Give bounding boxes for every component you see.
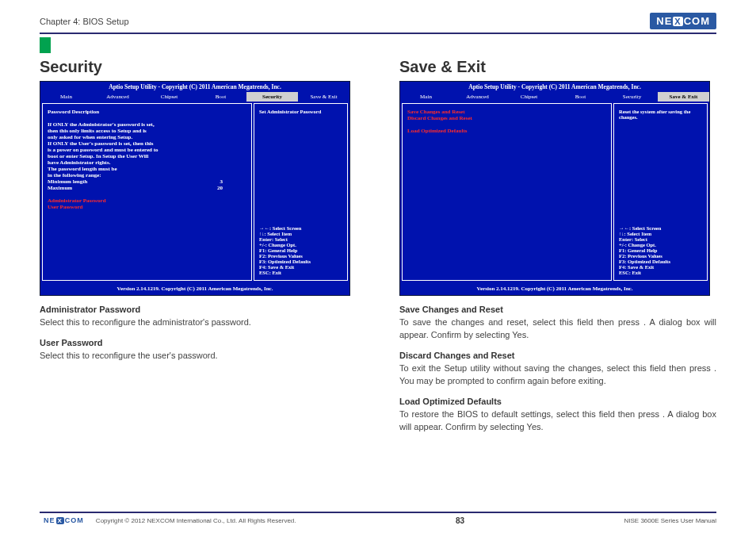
left-column: Security Aptio Setup Utility - Copyright…: [29, 53, 357, 433]
bios-left-pane: Password Description If ONLY the Adminis…: [42, 103, 252, 281]
page-header: Chapter 4: BIOS Setup NE X COM: [40, 13, 716, 34]
bios-title: Aptio Setup Utility - Copyright (C) 2011…: [40, 82, 349, 92]
bios-help-pane: Set Administrator Password →←: Select Sc…: [254, 103, 348, 281]
bios-tab-main: Main: [400, 92, 452, 102]
page-footer: NE X COM Copyright © 2012 NEXCOM Interna…: [40, 512, 716, 525]
manual-name: NISE 3600E Series User Manual: [624, 517, 716, 524]
bios-tab-advanced: Advanced: [92, 92, 143, 102]
bios-title: Aptio Setup Utility - Copyright (C) 2011…: [400, 82, 709, 92]
bios-tab-chipset: Chipset: [143, 92, 195, 102]
bios-saveexit-screenshot: Aptio Setup Utility - Copyright (C) 2011…: [399, 81, 710, 296]
bios-item: User Password: [48, 204, 246, 210]
section-marker: [40, 37, 51, 53]
bios-tab-chipset: Chipset: [503, 92, 555, 102]
bios-tabbar: MainAdvancedChipsetBootSecuritySave & Ex…: [400, 92, 709, 102]
bios-key-legend: →←: Select Screen↑↓: Select ItemEnter: S…: [259, 225, 342, 275]
bios-item: [407, 121, 606, 128]
bios-tab-boot: Boot: [195, 92, 246, 102]
bios-tab-boot: Boot: [555, 92, 606, 102]
bios-tab-main: Main: [40, 92, 92, 102]
bios-tab-save-exit: Save & Exit: [658, 92, 709, 102]
security-heading: Security: [40, 58, 357, 76]
bios-help-pane: Reset the system after saving the change…: [613, 103, 708, 281]
bios-help-text: Set Administrator Password: [259, 109, 342, 114]
copyright-text: Copyright © 2012 NEXCOM International Co…: [96, 517, 296, 524]
description-block: User PasswordSelect this to reconfigure …: [40, 337, 357, 362]
bios-tab-save-exit: Save & Exit: [298, 92, 349, 102]
bios-item: Save Changes and Reset: [407, 109, 606, 115]
description-block: Discard Changes and ResetTo exit the Set…: [399, 350, 716, 388]
description-block: Save Changes and ResetTo save the change…: [399, 304, 716, 342]
description-block: Administrator PasswordSelect this to rec…: [40, 304, 357, 329]
bios-item: Administrator Password: [48, 197, 246, 204]
bios-security-screenshot: Aptio Setup Utility - Copyright (C) 2011…: [40, 81, 350, 296]
save-exit-heading: Save & Exit: [399, 58, 716, 76]
bios-version-footer: Version 2.14.1219. Copyright (C) 2011 Am…: [40, 282, 349, 295]
bios-tabbar: MainAdvancedChipsetBootSecuritySave & Ex…: [40, 92, 349, 102]
bios-item: Load Optimized Defaults: [407, 128, 606, 134]
description-block: Load Optimized DefaultsTo restore the BI…: [399, 396, 716, 434]
nexcom-logo: NE X COM: [650, 13, 716, 29]
chapter-title: Chapter 4: BIOS Setup: [40, 17, 129, 26]
bios-item: Discard Changes and Reset: [407, 115, 606, 121]
right-column: Save & Exit Aptio Setup Utility - Copyri…: [388, 53, 716, 433]
bios-tab-security: Security: [246, 92, 298, 102]
bios-left-pane: Save Changes and ResetDiscard Changes an…: [402, 103, 612, 281]
bios-tab-advanced: Advanced: [452, 92, 503, 102]
bios-key-legend: →←: Select Screen↑↓: Select ItemEnter: S…: [619, 225, 702, 275]
bios-help-text: Reset the system after saving the change…: [619, 109, 702, 120]
page-number: 83: [456, 516, 464, 525]
bios-tab-security: Security: [606, 92, 658, 102]
bios-version-footer: Version 2.14.1219. Copyright (C) 2011 Am…: [400, 282, 709, 295]
nexcom-logo-small: NE X COM: [40, 516, 88, 525]
